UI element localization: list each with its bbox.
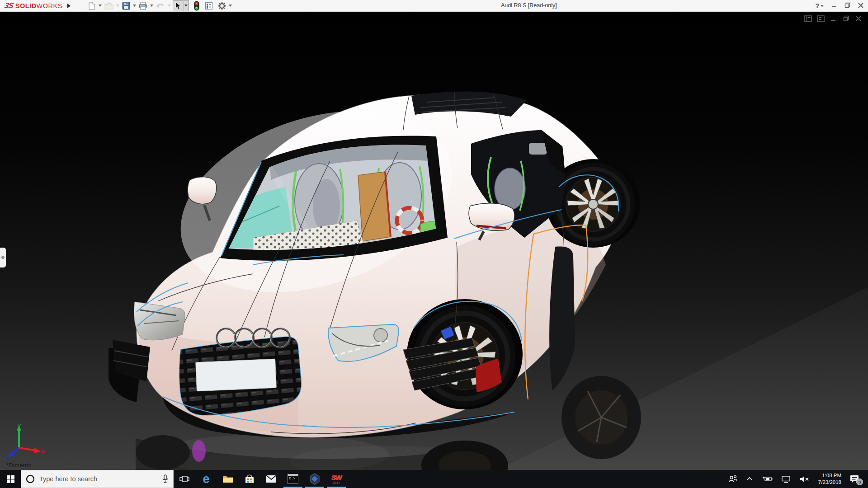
doc-minimize-button[interactable] bbox=[830, 15, 837, 22]
save-button[interactable] bbox=[121, 0, 131, 11]
open-folder-icon bbox=[104, 1, 114, 10]
svg-text:Y: Y bbox=[18, 423, 21, 429]
help-button[interactable]: ? bbox=[815, 2, 824, 9]
app-minimize-button[interactable] bbox=[831, 2, 837, 10]
rebuild-traffic-light-icon bbox=[194, 1, 199, 11]
taskbar-mail[interactable] bbox=[260, 470, 282, 488]
app-close-button[interactable] bbox=[858, 2, 863, 10]
microsoft-store-icon bbox=[245, 474, 255, 484]
undo-button[interactable] bbox=[155, 0, 166, 11]
options-gear-icon bbox=[217, 1, 226, 10]
select-cursor-icon bbox=[175, 2, 182, 10]
tray-overflow-button[interactable] bbox=[742, 470, 757, 488]
options-caret-icon[interactable] bbox=[228, 0, 233, 11]
expand-panel-knob-icon bbox=[1, 256, 5, 259]
taskbar-command-prompt[interactable]: C:\ bbox=[282, 470, 304, 488]
open-caret-icon[interactable] bbox=[115, 0, 120, 11]
file-explorer-icon bbox=[222, 474, 233, 483]
file-properties-icon bbox=[204, 1, 213, 10]
svg-text:Z: Z bbox=[5, 456, 8, 461]
feature-pane-icon[interactable] bbox=[817, 15, 825, 22]
side-blade bbox=[549, 247, 575, 390]
people-icon bbox=[728, 475, 738, 483]
task-view-icon bbox=[179, 474, 189, 483]
audi-r8-3d-model[interactable] bbox=[0, 12, 868, 470]
help-caret-icon bbox=[821, 5, 824, 7]
undo-arrow-icon bbox=[156, 1, 165, 10]
windows-logo-icon bbox=[7, 475, 14, 483]
solidworks-logo: 3S SOLID WORKS bbox=[0, 1, 65, 10]
battery-charging-icon bbox=[761, 475, 773, 483]
taskbar-edge[interactable]: e bbox=[195, 470, 217, 488]
title-bar: 3S SOLID WORKS bbox=[0, 0, 868, 12]
view-orientation-label: *Dimetric bbox=[6, 462, 31, 469]
people-button[interactable] bbox=[724, 470, 742, 488]
car-body bbox=[108, 79, 640, 438]
hexagon-app-icon bbox=[309, 473, 320, 485]
save-caret-icon[interactable] bbox=[132, 0, 137, 11]
open-button[interactable] bbox=[104, 0, 114, 11]
volume-muted-icon bbox=[799, 475, 810, 483]
windows-taskbar: e C:\ SW 2017 bbox=[0, 470, 868, 488]
doc-close-button[interactable] bbox=[855, 15, 863, 22]
network-status-button[interactable] bbox=[777, 470, 795, 488]
solidworks-2017-icon: SW 2017 bbox=[331, 474, 341, 484]
system-tray: 1:08 PM 7/23/2018 3 bbox=[724, 470, 868, 488]
taskbar-search-box[interactable] bbox=[21, 470, 174, 488]
print-caret-icon[interactable] bbox=[149, 0, 154, 11]
search-input[interactable] bbox=[39, 475, 157, 483]
select-tool-button[interactable] bbox=[173, 0, 189, 11]
cortana-icon bbox=[26, 474, 35, 483]
solidworks-logo-mark: 3S bbox=[4, 1, 14, 10]
edge-icon: e bbox=[203, 473, 209, 485]
select-caret-icon[interactable] bbox=[184, 0, 189, 11]
save-floppy-icon bbox=[122, 1, 131, 10]
command-prompt-icon: C:\ bbox=[288, 474, 298, 484]
print-button[interactable] bbox=[138, 0, 148, 11]
taskbar-clock[interactable]: 1:08 PM 7/23/2018 bbox=[814, 472, 845, 486]
clock-date: 7/23/2018 bbox=[818, 479, 841, 486]
display-pane-icon[interactable] bbox=[804, 15, 812, 22]
doc-restore-button[interactable] bbox=[842, 15, 850, 22]
print-icon bbox=[138, 1, 148, 10]
microphone-icon[interactable] bbox=[162, 474, 169, 483]
notification-badge: 3 bbox=[856, 479, 863, 485]
volume-button[interactable] bbox=[795, 470, 814, 488]
power-status-button[interactable] bbox=[757, 470, 777, 488]
chevron-up-icon bbox=[746, 477, 753, 481]
app-restore-button[interactable] bbox=[844, 2, 850, 10]
license-plate bbox=[196, 359, 277, 391]
taskbar-file-explorer[interactable] bbox=[217, 470, 239, 488]
options-button[interactable] bbox=[217, 0, 227, 11]
graphics-viewport[interactable]: Y X Z *Dimetric bbox=[0, 12, 868, 470]
new-document-button[interactable] bbox=[87, 0, 97, 11]
start-button[interactable] bbox=[0, 470, 21, 488]
document-window-controls bbox=[804, 15, 863, 22]
file-properties-button[interactable] bbox=[204, 0, 214, 11]
taskbar-solidworks[interactable]: SW 2017 bbox=[326, 470, 347, 488]
undo-caret-icon[interactable] bbox=[167, 0, 172, 11]
clock-time: 1:08 PM bbox=[818, 472, 841, 479]
new-document-caret-icon[interactable] bbox=[98, 0, 103, 11]
action-center-button[interactable]: 3 bbox=[845, 470, 866, 488]
reference-triad: Y X Z bbox=[4, 422, 47, 461]
mail-icon bbox=[266, 475, 277, 483]
task-view-button[interactable] bbox=[174, 470, 195, 488]
rebuild-button[interactable] bbox=[193, 0, 200, 11]
taskbar-hexagon-app[interactable] bbox=[304, 470, 326, 488]
window-title: Audi R8 S [Read-only] bbox=[501, 2, 557, 9]
network-icon bbox=[781, 475, 791, 483]
taskbar-microsoft-store[interactable] bbox=[239, 470, 260, 488]
menu-flyout-arrow-icon[interactable] bbox=[65, 1, 73, 11]
svg-text:X: X bbox=[42, 449, 45, 454]
quick-access-toolbar bbox=[87, 0, 233, 11]
feature-manager-collapsed-tab[interactable] bbox=[0, 248, 6, 267]
new-document-icon bbox=[87, 1, 96, 10]
